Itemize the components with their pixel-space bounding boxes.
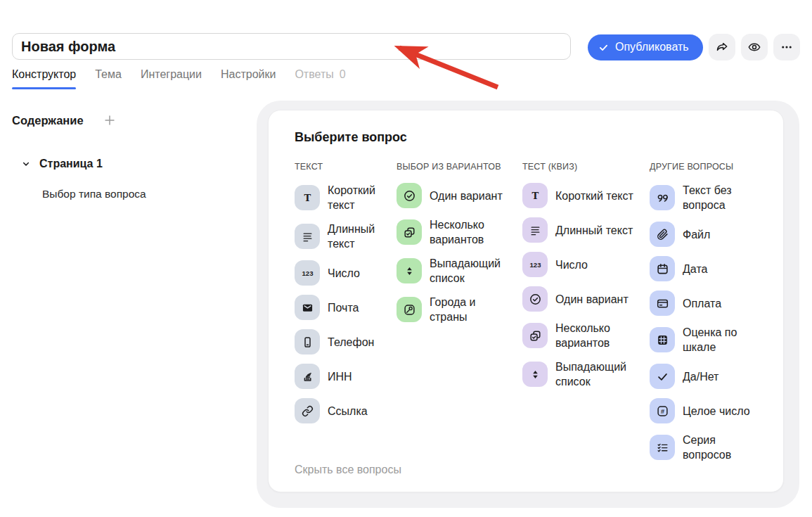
question-type-label: Число [328, 266, 360, 281]
question-type-dropdown[interactable]: Выпадающий список [397, 256, 522, 286]
question-type-link[interactable]: Ссылка [295, 398, 397, 423]
phone-icon [295, 329, 320, 355]
question-type-label: Телефон [328, 335, 374, 350]
hide-all-questions-link[interactable]: Скрыть все вопросы [295, 464, 401, 476]
question-type-cities-map[interactable]: Города и страны [397, 295, 522, 324]
single-choice-icon [522, 286, 548, 312]
short-text-icon: T [295, 185, 320, 210]
column-header: ТЕСТ (КВИЗ) [522, 162, 650, 172]
question-type-label: Да/Нет [683, 369, 718, 384]
question-type-label: Оценка по шкале [683, 325, 753, 355]
question-picker-panel: Выберите вопрос ТЕКСТTКороткий текстДлин… [257, 101, 799, 508]
multi-choice-icon [522, 323, 548, 348]
question-type-label: Число [555, 257, 588, 272]
question-type-label: Почта [328, 300, 359, 315]
question-type-dropdown[interactable]: Выпадающий список [522, 359, 650, 389]
question-type-label: Короткий текст [328, 183, 389, 212]
svg-text:123: 123 [529, 260, 541, 268]
tab-settings[interactable]: Настройки [221, 68, 276, 89]
tab-integrations[interactable]: Интеграции [141, 68, 202, 89]
form-title-input[interactable] [12, 33, 571, 60]
question-type-quote[interactable]: Текст без вопроса [650, 183, 790, 212]
scale-grid-icon [650, 327, 675, 352]
question-type-label: Длинный текст [328, 222, 389, 251]
question-type-label: Оплата [683, 296, 721, 311]
question-columns: ТЕКСТTКороткий текстДлинный текст123Числ… [295, 162, 757, 462]
add-page-button[interactable] [102, 113, 117, 128]
sidebar-page-1[interactable]: Страница 1 [20, 158, 230, 170]
attachment-icon [650, 222, 675, 247]
calendar-icon [650, 256, 675, 281]
question-type-label: Ссылка [328, 404, 368, 419]
share-button[interactable] [709, 34, 735, 60]
contents-title: Содержание [12, 114, 84, 127]
question-type-payment-card[interactable]: Оплата [650, 291, 790, 316]
question-type-label: Короткий текст [555, 189, 633, 203]
tab-answers[interactable]: Ответы0 [295, 68, 345, 89]
question-column-3: ДРУГИЕ ВОПРОСЫТекст без вопросаФайлДатаО… [650, 162, 790, 462]
number-123-icon: 123 [295, 260, 320, 286]
single-choice-icon [397, 183, 422, 208]
link-icon [295, 398, 320, 423]
question-type-label: Города и страны [430, 295, 513, 324]
cities-map-icon [397, 297, 422, 322]
question-type-label: Целое число [683, 404, 750, 419]
question-type-scale-grid[interactable]: Оценка по шкале [650, 325, 790, 355]
question-series-icon [650, 435, 675, 460]
more-button[interactable] [773, 34, 800, 60]
sidebar-item-question-type[interactable]: Выбор типа вопроса [42, 188, 230, 200]
preview-button[interactable] [741, 34, 768, 60]
question-type-label: Несколько вариантов [555, 321, 641, 350]
email-icon [295, 295, 320, 320]
payment-card-icon [650, 291, 675, 316]
question-type-short-text[interactable]: TКороткий текст [295, 183, 397, 212]
question-type-check[interactable]: Да/Нет [650, 364, 790, 389]
question-column-2: ТЕСТ (КВИЗ)TКороткий текстДлинный текст1… [522, 162, 650, 462]
tab-constructor[interactable]: Конструктор [12, 68, 76, 89]
page-label: Страница 1 [39, 158, 103, 170]
check-icon [598, 42, 610, 53]
question-picker-card: Выберите вопрос ТЕКСТTКороткий текстДлин… [268, 110, 784, 492]
question-column-0: ТЕКСТTКороткий текстДлинный текст123Числ… [295, 162, 397, 462]
question-type-phone[interactable]: Телефон [295, 329, 397, 355]
question-type-single-choice[interactable]: Один вариант [397, 183, 522, 208]
question-type-email[interactable]: Почта [295, 295, 397, 320]
column-header: ВЫБОР ИЗ ВАРИАНТОВ [397, 162, 522, 172]
tab-answers-label: Ответы [295, 68, 333, 80]
question-type-integer-hash[interactable]: #Целое число [650, 398, 790, 423]
question-type-long-text[interactable]: Длинный текст [522, 217, 650, 243]
chevron-down-icon [20, 158, 32, 170]
question-type-number-123[interactable]: 123Число [522, 252, 650, 277]
question-type-label: Один вариант [430, 189, 503, 203]
question-type-single-choice[interactable]: Один вариант [522, 286, 650, 312]
number-123-icon: 123 [522, 252, 548, 277]
question-type-label: Файл [683, 227, 710, 242]
long-text-icon [295, 224, 320, 249]
picker-title: Выберите вопрос [295, 130, 757, 145]
question-type-multi-choice[interactable]: Несколько вариантов [397, 217, 522, 247]
contents-sidebar: Содержание Страница 1 Выбор типа вопроса [12, 113, 230, 200]
question-type-calendar[interactable]: Дата [650, 256, 790, 281]
question-type-label: Текст без вопроса [683, 183, 753, 212]
question-type-label: Выпадающий список [555, 359, 641, 389]
question-type-question-series[interactable]: Серия вопросов [650, 433, 790, 462]
question-type-long-text[interactable]: Длинный текст [295, 222, 397, 251]
publish-button[interactable]: Опубликовать [588, 34, 703, 60]
svg-text:T: T [304, 192, 311, 203]
plus-icon [102, 113, 117, 128]
question-type-label: Серия вопросов [683, 433, 753, 462]
dropdown-icon [522, 362, 548, 387]
tab-theme[interactable]: Тема [95, 68, 122, 89]
question-type-attachment[interactable]: Файл [650, 222, 790, 247]
question-column-1: ВЫБОР ИЗ ВАРИАНТОВОдин вариантНесколько … [397, 162, 522, 462]
question-type-label: Выпадающий список [430, 256, 513, 286]
question-type-label: Несколько вариантов [430, 217, 513, 247]
question-type-multi-choice[interactable]: Несколько вариантов [522, 321, 650, 350]
question-type-inn-stack[interactable]: ИНН [295, 364, 397, 389]
eye-icon [747, 39, 762, 55]
question-type-short-text[interactable]: TКороткий текст [522, 183, 650, 208]
question-type-label: Один вариант [555, 292, 629, 307]
publish-label: Опубликовать [615, 41, 689, 53]
quote-icon [650, 185, 675, 210]
question-type-number-123[interactable]: 123Число [295, 260, 397, 286]
